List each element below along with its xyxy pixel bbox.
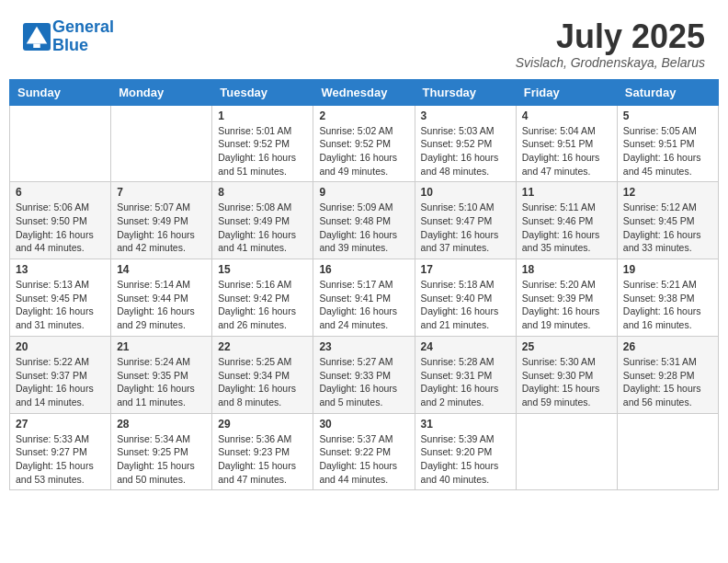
day-info: Sunrise: 5:16 AM Sunset: 9:42 PM Dayligh… xyxy=(218,278,307,332)
day-info: Sunrise: 5:21 AM Sunset: 9:38 PM Dayligh… xyxy=(623,278,712,332)
calendar-cell: 25Sunrise: 5:30 AM Sunset: 9:30 PM Dayli… xyxy=(516,336,617,413)
calendar-week-1: 1Sunrise: 5:01 AM Sunset: 9:52 PM Daylig… xyxy=(10,105,719,182)
calendar-cell xyxy=(516,413,617,490)
calendar-cell: 3Sunrise: 5:03 AM Sunset: 9:52 PM Daylig… xyxy=(415,105,516,182)
calendar-cell xyxy=(111,105,212,182)
weekday-header-thursday: Thursday xyxy=(415,79,516,105)
day-number: 20 xyxy=(16,340,105,353)
location: Svislach, Grodnenskaya, Belarus xyxy=(516,55,705,70)
day-info: Sunrise: 5:14 AM Sunset: 9:44 PM Dayligh… xyxy=(117,278,206,332)
day-info: Sunrise: 5:33 AM Sunset: 9:27 PM Dayligh… xyxy=(16,432,105,487)
calendar-cell: 24Sunrise: 5:28 AM Sunset: 9:31 PM Dayli… xyxy=(415,336,516,413)
calendar-cell: 4Sunrise: 5:04 AM Sunset: 9:51 PM Daylig… xyxy=(516,105,617,182)
day-info: Sunrise: 5:27 AM Sunset: 9:33 PM Dayligh… xyxy=(319,355,408,409)
weekday-header-row: SundayMondayTuesdayWednesdayThursdayFrid… xyxy=(10,79,719,105)
day-info: Sunrise: 5:20 AM Sunset: 9:39 PM Dayligh… xyxy=(522,278,611,332)
calendar-cell: 30Sunrise: 5:37 AM Sunset: 9:22 PM Dayli… xyxy=(313,413,415,490)
calendar-cell: 8Sunrise: 5:08 AM Sunset: 9:49 PM Daylig… xyxy=(212,182,313,259)
calendar-cell: 23Sunrise: 5:27 AM Sunset: 9:33 PM Dayli… xyxy=(313,336,415,413)
day-info: Sunrise: 5:34 AM Sunset: 9:25 PM Dayligh… xyxy=(117,432,206,487)
day-number: 1 xyxy=(218,109,307,122)
day-number: 2 xyxy=(319,109,408,122)
day-number: 23 xyxy=(319,340,408,353)
day-number: 29 xyxy=(218,418,307,431)
calendar-cell xyxy=(617,413,718,490)
day-number: 11 xyxy=(522,186,611,199)
day-number: 16 xyxy=(319,263,408,276)
calendar-cell xyxy=(10,105,111,182)
svg-rect-2 xyxy=(33,43,40,48)
calendar-cell: 13Sunrise: 5:13 AM Sunset: 9:45 PM Dayli… xyxy=(10,259,111,337)
calendar-cell: 28Sunrise: 5:34 AM Sunset: 9:25 PM Dayli… xyxy=(111,413,212,490)
calendar-cell: 6Sunrise: 5:06 AM Sunset: 9:50 PM Daylig… xyxy=(10,182,111,259)
calendar-cell: 27Sunrise: 5:33 AM Sunset: 9:27 PM Dayli… xyxy=(10,413,111,490)
calendar-table: SundayMondayTuesdayWednesdayThursdayFrid… xyxy=(9,79,719,491)
calendar-cell: 2Sunrise: 5:02 AM Sunset: 9:52 PM Daylig… xyxy=(313,105,415,182)
day-number: 18 xyxy=(522,263,611,276)
calendar-cell: 5Sunrise: 5:05 AM Sunset: 9:51 PM Daylig… xyxy=(617,105,718,182)
calendar-week-5: 27Sunrise: 5:33 AM Sunset: 9:27 PM Dayli… xyxy=(10,413,719,490)
calendar-cell: 31Sunrise: 5:39 AM Sunset: 9:20 PM Dayli… xyxy=(415,413,516,490)
weekday-header-friday: Friday xyxy=(516,79,617,105)
day-number: 15 xyxy=(218,263,307,276)
weekday-header-saturday: Saturday xyxy=(617,79,718,105)
day-number: 28 xyxy=(117,418,206,431)
day-number: 6 xyxy=(16,186,105,199)
day-number: 8 xyxy=(218,186,307,199)
calendar-cell: 14Sunrise: 5:14 AM Sunset: 9:44 PM Dayli… xyxy=(111,259,212,337)
calendar-cell: 21Sunrise: 5:24 AM Sunset: 9:35 PM Dayli… xyxy=(111,336,212,413)
calendar-cell: 16Sunrise: 5:17 AM Sunset: 9:41 PM Dayli… xyxy=(313,259,415,337)
weekday-header-wednesday: Wednesday xyxy=(313,79,415,105)
day-number: 31 xyxy=(421,418,510,431)
day-number: 17 xyxy=(421,263,510,276)
day-info: Sunrise: 5:02 AM Sunset: 9:52 PM Dayligh… xyxy=(319,124,408,178)
logo: General Blue xyxy=(23,18,114,55)
weekday-header-monday: Monday xyxy=(111,79,212,105)
day-number: 9 xyxy=(319,186,408,199)
calendar-cell: 22Sunrise: 5:25 AM Sunset: 9:34 PM Dayli… xyxy=(212,336,313,413)
day-info: Sunrise: 5:09 AM Sunset: 9:48 PM Dayligh… xyxy=(319,201,408,255)
logo-text: General Blue xyxy=(52,18,114,55)
day-number: 10 xyxy=(421,186,510,199)
day-number: 7 xyxy=(117,186,206,199)
calendar-cell: 1Sunrise: 5:01 AM Sunset: 9:52 PM Daylig… xyxy=(212,105,313,182)
page-header: General Blue July 2025 Svislach, Grodnen… xyxy=(9,9,719,75)
day-info: Sunrise: 5:01 AM Sunset: 9:52 PM Dayligh… xyxy=(218,124,307,178)
day-number: 19 xyxy=(623,263,712,276)
day-number: 4 xyxy=(522,109,611,122)
calendar-cell: 18Sunrise: 5:20 AM Sunset: 9:39 PM Dayli… xyxy=(516,259,617,337)
logo-line1: General xyxy=(52,17,114,36)
calendar-cell: 15Sunrise: 5:16 AM Sunset: 9:42 PM Dayli… xyxy=(212,259,313,337)
day-number: 21 xyxy=(117,340,206,353)
day-number: 12 xyxy=(623,186,712,199)
calendar-cell: 12Sunrise: 5:12 AM Sunset: 9:45 PM Dayli… xyxy=(617,182,718,259)
calendar-cell: 11Sunrise: 5:11 AM Sunset: 9:46 PM Dayli… xyxy=(516,182,617,259)
day-info: Sunrise: 5:28 AM Sunset: 9:31 PM Dayligh… xyxy=(421,355,510,409)
calendar-cell: 17Sunrise: 5:18 AM Sunset: 9:40 PM Dayli… xyxy=(415,259,516,337)
calendar-cell: 19Sunrise: 5:21 AM Sunset: 9:38 PM Dayli… xyxy=(617,259,718,337)
day-info: Sunrise: 5:08 AM Sunset: 9:49 PM Dayligh… xyxy=(218,201,307,255)
day-number: 5 xyxy=(623,109,712,122)
day-number: 30 xyxy=(319,418,408,431)
day-info: Sunrise: 5:04 AM Sunset: 9:51 PM Dayligh… xyxy=(522,124,611,178)
title-block: July 2025 Svislach, Grodnenskaya, Belaru… xyxy=(516,18,705,70)
month-title: July 2025 xyxy=(516,18,705,55)
day-info: Sunrise: 5:11 AM Sunset: 9:46 PM Dayligh… xyxy=(522,201,611,255)
day-info: Sunrise: 5:30 AM Sunset: 9:30 PM Dayligh… xyxy=(522,355,611,409)
day-info: Sunrise: 5:39 AM Sunset: 9:20 PM Dayligh… xyxy=(421,432,510,487)
calendar-cell: 9Sunrise: 5:09 AM Sunset: 9:48 PM Daylig… xyxy=(313,182,415,259)
day-info: Sunrise: 5:18 AM Sunset: 9:40 PM Dayligh… xyxy=(421,278,510,332)
day-info: Sunrise: 5:17 AM Sunset: 9:41 PM Dayligh… xyxy=(319,278,408,332)
day-info: Sunrise: 5:06 AM Sunset: 9:50 PM Dayligh… xyxy=(16,201,105,255)
day-number: 26 xyxy=(623,340,712,353)
day-number: 27 xyxy=(16,418,105,431)
day-info: Sunrise: 5:03 AM Sunset: 9:52 PM Dayligh… xyxy=(421,124,510,178)
logo-line2: Blue xyxy=(52,36,88,54)
day-info: Sunrise: 5:36 AM Sunset: 9:23 PM Dayligh… xyxy=(218,432,307,487)
calendar-cell: 20Sunrise: 5:22 AM Sunset: 9:37 PM Dayli… xyxy=(10,336,111,413)
calendar-cell: 26Sunrise: 5:31 AM Sunset: 9:28 PM Dayli… xyxy=(617,336,718,413)
day-number: 13 xyxy=(16,263,105,276)
day-number: 24 xyxy=(421,340,510,353)
day-info: Sunrise: 5:25 AM Sunset: 9:34 PM Dayligh… xyxy=(218,355,307,409)
day-info: Sunrise: 5:31 AM Sunset: 9:28 PM Dayligh… xyxy=(623,355,712,409)
